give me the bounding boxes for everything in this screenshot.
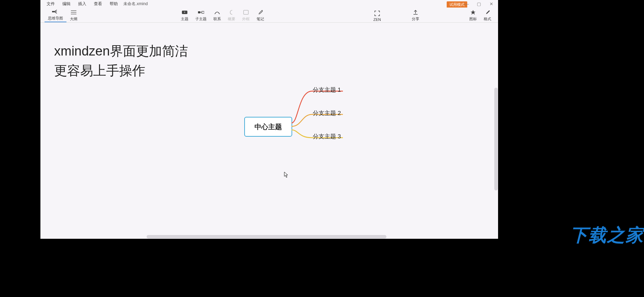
window-minimize-button[interactable]: — — [462, 1, 471, 7]
share-icon — [412, 9, 419, 16]
zen-label: ZEN — [373, 17, 381, 22]
branch-connectors-real — [292, 85, 346, 171]
subtopic-label: 子主题 — [195, 16, 207, 22]
svg-rect-10 — [202, 11, 204, 13]
outline-icon — [70, 9, 77, 16]
notes-button[interactable]: 笔记 — [253, 8, 268, 22]
notes-icon — [257, 9, 264, 16]
zen-button[interactable]: ZEN — [370, 9, 384, 22]
summary-button[interactable]: 概要 — [224, 8, 239, 22]
cursor-arrow-icon — [284, 172, 289, 179]
icons-label: 图标 — [469, 16, 477, 22]
zen-icon — [374, 10, 381, 17]
overlay-line-2: 更容易上手操作 — [54, 61, 188, 81]
view-outline-label: 大纲 — [70, 16, 77, 22]
overlay-line-1: xmindzen界面更加简洁 — [54, 41, 188, 61]
share-button[interactable]: 分享 — [408, 8, 423, 22]
branch-topic-3[interactable]: 分支主题 3 — [313, 133, 341, 140]
scrollbar-vertical-thumb[interactable] — [494, 88, 498, 190]
topic-icon: + — [181, 9, 188, 16]
summary-label: 概要 — [228, 16, 235, 22]
window-maximize-button[interactable]: ▢ — [475, 1, 483, 7]
icons-button[interactable]: 图标 — [466, 8, 480, 22]
subtopic-button[interactable]: 子主题 — [192, 8, 210, 22]
share-label: 分享 — [412, 16, 419, 22]
branch-topic-2[interactable]: 分支主题 2 — [313, 109, 341, 117]
menu-file[interactable]: 文件 — [43, 0, 58, 8]
view-mindmap-button[interactable]: 思维导图 — [45, 8, 66, 22]
svg-rect-9 — [198, 11, 200, 13]
svg-text:+: + — [184, 11, 185, 14]
branch-topic-1[interactable]: 分支主题 1 — [313, 86, 341, 94]
format-button[interactable]: 格式 — [480, 8, 495, 22]
watermark: 下载之家 — [570, 223, 644, 247]
svg-rect-0 — [52, 11, 54, 12]
svg-rect-12 — [244, 10, 248, 14]
relation-icon — [214, 9, 221, 16]
subtopic-icon — [198, 9, 205, 16]
menu-insert[interactable]: 插入 — [75, 0, 90, 8]
canvas[interactable]: xmindzen界面更加简洁 更容易上手操作 中心主题 分支主题 1 分支主题 … — [40, 23, 498, 239]
notes-label: 笔记 — [257, 16, 264, 22]
boundary-label: 外框 — [242, 16, 250, 22]
central-topic[interactable]: 中心主题 — [244, 117, 292, 137]
toolbar: 思维导图 大纲 + 主题 子主题 联系 概要 — [40, 8, 498, 23]
menubar: 文件 编辑 插入 查看 帮助 未命名.xmind 试用模式 — ▢ ✕ — [40, 0, 498, 8]
star-icon — [470, 9, 476, 16]
summary-icon — [228, 9, 235, 16]
menu-help[interactable]: 帮助 — [106, 0, 121, 8]
document-name: 未命名.xmind — [123, 1, 148, 7]
window-controls: — ▢ ✕ — [462, 1, 495, 7]
overlay-annotation: xmindzen界面更加简洁 更容易上手操作 — [54, 41, 188, 81]
app-window: 文件 编辑 插入 查看 帮助 未命名.xmind 试用模式 — ▢ ✕ 思维导图… — [40, 0, 498, 239]
mindmap-icon — [52, 8, 59, 15]
scrollbar-horizontal-thumb[interactable] — [147, 235, 386, 238]
window-close-button[interactable]: ✕ — [487, 1, 495, 7]
view-outline-button[interactable]: 大纲 — [66, 8, 81, 22]
scrollbar-horizontal[interactable] — [40, 235, 498, 239]
relation-button[interactable]: 联系 — [210, 8, 224, 22]
topic-button[interactable]: + 主题 — [177, 8, 192, 22]
relation-label: 联系 — [213, 16, 221, 22]
scrollbar-vertical[interactable] — [494, 23, 498, 235]
menu-view[interactable]: 查看 — [90, 0, 106, 8]
topic-label: 主题 — [181, 16, 188, 22]
menu-edit[interactable]: 编辑 — [59, 0, 74, 8]
format-icon — [484, 9, 491, 16]
view-mindmap-label: 思维导图 — [48, 16, 63, 21]
boundary-button[interactable]: 外框 — [239, 8, 253, 22]
format-label: 格式 — [484, 16, 491, 22]
boundary-icon — [243, 9, 249, 16]
